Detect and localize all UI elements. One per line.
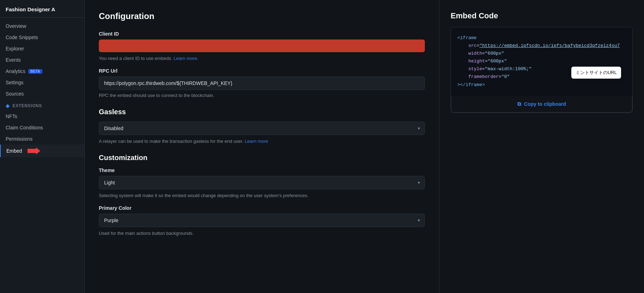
code-attr-height: height (468, 59, 485, 64)
code-val-width: "600px" (485, 51, 504, 56)
code-tag-close: ></iframe> (457, 82, 485, 87)
code-container: <iframe src="https://embed.ipfscdn.io/ip… (451, 27, 633, 113)
sidebar-item-label: Sources (6, 91, 24, 97)
beta-badge: BETA (28, 69, 42, 74)
sidebar-nav: Overview Code Snippets Explorer Events A… (0, 18, 84, 160)
copy-to-clipboard-button[interactable]: ⧉ Copy to clipboard (451, 96, 632, 112)
theme-label: Theme (99, 167, 425, 173)
code-attr-style: style (468, 66, 482, 72)
learn-more-link[interactable]: Learn more (174, 56, 197, 61)
client-id-bar (99, 39, 425, 52)
sidebar-item-analytics[interactable]: Analytics BETA (0, 66, 84, 77)
code-block: <iframe src="https://embed.ipfscdn.io/ip… (451, 27, 632, 96)
copy-btn-label: Copy to clipboard (524, 101, 566, 107)
code-val-style: "max-width:100%;" (485, 66, 532, 72)
sidebar-item-embed[interactable]: Embed (0, 145, 84, 157)
code-line-7: ></iframe> (457, 81, 626, 89)
code-val-src: "https://embed.ipfscdn.io/ipfs/bafybeicd… (479, 43, 620, 48)
sidebar-item-label: Events (6, 57, 21, 63)
svg-marker-0 (28, 147, 40, 154)
diamond-icon: ◆ (6, 103, 10, 109)
theme-select[interactable]: Light Dark System (99, 176, 425, 189)
code-line-4: height="600px" (457, 57, 626, 65)
config-title: Configuration (99, 11, 425, 21)
sidebar-item-permissions[interactable]: Permissions (0, 133, 84, 145)
customization-title: Customization (99, 154, 425, 162)
sidebar-item-label: Explorer (6, 46, 24, 51)
client-id-helper: You need a client ID to use embeds. Lear… (99, 56, 425, 61)
copy-icon: ⧉ (517, 101, 521, 107)
gasless-title: Gasless (99, 108, 425, 116)
embed-code-title: Embed Code (451, 11, 633, 20)
code-attr-src: src (468, 43, 476, 48)
gasless-learn-more-link[interactable]: Learn more (245, 139, 268, 144)
code-val-height: "600px" (488, 59, 507, 64)
primary-color-label: Primary Color (99, 205, 425, 211)
tooltip-popup: ミントサイトのURL (571, 67, 621, 79)
sidebar-item-label: Permissions (6, 136, 32, 142)
sidebar-item-label: Analytics (6, 68, 25, 74)
code-attr-frameborder: frameborder (468, 74, 499, 79)
extensions-section: ◆ Extensions (0, 99, 84, 111)
left-panel: Configuration Client ID You need a clien… (85, 0, 439, 293)
rpc-url-label: RPC Url (99, 68, 425, 74)
code-val-frameborder: "0" (501, 74, 510, 79)
sidebar: Fashion Designer A Overview Code Snippet… (0, 0, 85, 293)
sidebar-item-overview[interactable]: Overview (0, 20, 84, 32)
code-line-1: <iframe (457, 34, 626, 42)
sidebar-item-label: Settings (6, 80, 24, 85)
brand-title: Fashion Designer A (0, 0, 84, 18)
gasless-description: A relayer can be used to make the transa… (99, 139, 425, 144)
sidebar-item-events[interactable]: Events (0, 54, 84, 66)
sidebar-item-settings[interactable]: Settings (0, 77, 84, 88)
rpc-description: RPC the embed should use to connect to t… (99, 93, 425, 98)
sidebar-item-sources[interactable]: Sources (0, 88, 84, 99)
sidebar-item-label: Code Snippets (6, 35, 38, 40)
primary-color-select[interactable]: Purple Blue Green Red Orange (99, 214, 425, 227)
sidebar-item-claim-conditions[interactable]: Claim Conditions (0, 122, 84, 133)
code-line-3: width="600px" (457, 50, 626, 57)
code-tag-iframe: <iframe (457, 35, 477, 41)
right-panel: Embed Code <iframe src="https://embed.ip… (439, 0, 644, 293)
code-line-2: src="https://embed.ipfscdn.io/ipfs/bafyb… (457, 42, 626, 50)
sidebar-item-nfts[interactable]: NFTs (0, 111, 84, 122)
rpc-url-input[interactable] (99, 77, 425, 90)
main-content: Configuration Client ID You need a clien… (85, 0, 644, 293)
sidebar-item-label: Claim Conditions (6, 125, 43, 130)
arrow-indicator-icon (28, 147, 40, 154)
code-attr-width: width (468, 51, 482, 56)
primary-color-wrapper: Purple Blue Green Red Orange ▾ (99, 214, 425, 227)
gasless-select[interactable]: Disabled OpenZeppelin Defender Biconomy (99, 122, 425, 135)
extensions-label: Extensions (13, 103, 42, 108)
sidebar-item-label: Overview (6, 23, 26, 29)
gasless-wrapper: Disabled OpenZeppelin Defender Biconomy … (99, 122, 425, 135)
primary-color-description: Used for the main actions button backgro… (99, 231, 425, 236)
client-id-label: Client ID (99, 31, 425, 37)
theme-description: Selecting system will make it so the emb… (99, 193, 425, 198)
theme-wrapper: Light Dark System ▾ (99, 176, 425, 189)
sidebar-item-explorer[interactable]: Explorer (0, 43, 84, 54)
sidebar-item-code-snippets[interactable]: Code Snippets (0, 32, 84, 43)
sidebar-item-label: Embed (6, 148, 22, 154)
sidebar-item-label: NFTs (6, 114, 17, 119)
